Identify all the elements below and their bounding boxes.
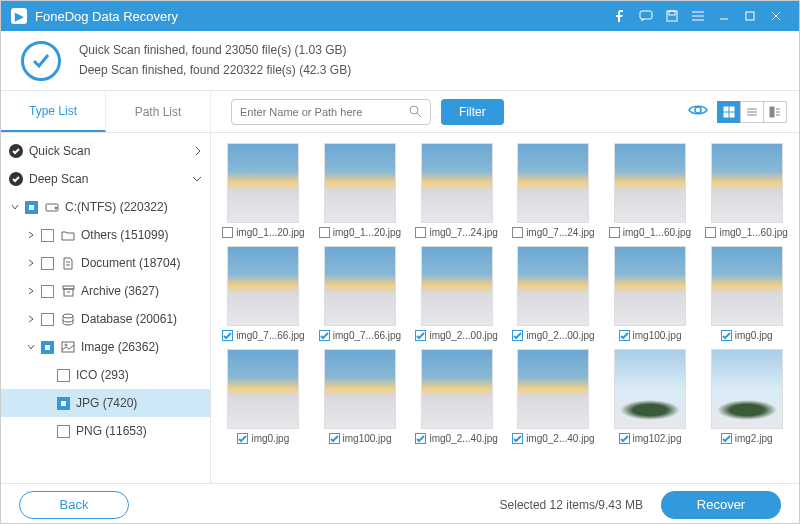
file-checkbox[interactable]	[512, 433, 523, 444]
file-checkbox[interactable]	[609, 227, 620, 238]
thumbnail[interactable]	[614, 349, 686, 429]
thumbnail[interactable]	[227, 143, 299, 223]
file-checkbox[interactable]	[319, 227, 330, 238]
menu-icon[interactable]	[685, 1, 711, 31]
file-checkbox[interactable]	[721, 330, 732, 341]
minimize-icon[interactable]	[711, 1, 737, 31]
thumbnail[interactable]	[711, 349, 783, 429]
file-tile[interactable]: img0_1...20.jpg	[314, 143, 407, 238]
file-tile[interactable]: img0_1...60.jpg	[700, 143, 793, 238]
footer: Back Selected 12 items/9.43 MB Recover	[1, 483, 799, 524]
thumbnail[interactable]	[324, 349, 396, 429]
thumbnail[interactable]	[517, 246, 589, 326]
file-checkbox[interactable]	[415, 227, 426, 238]
back-button[interactable]: Back	[19, 491, 129, 519]
file-checkbox[interactable]	[222, 330, 233, 341]
svg-rect-2	[669, 11, 675, 15]
svg-rect-13	[724, 107, 728, 111]
file-checkbox[interactable]	[319, 330, 330, 341]
sidebar-database[interactable]: Database (20061)	[1, 305, 210, 333]
view-grid-icon[interactable]	[717, 101, 741, 123]
checkbox-partial[interactable]	[57, 397, 70, 410]
thumbnail[interactable]	[517, 349, 589, 429]
check-dot-icon	[9, 172, 23, 186]
file-checkbox[interactable]	[721, 433, 732, 444]
file-checkbox[interactable]	[329, 433, 340, 444]
sidebar-ico[interactable]: ICO (293)	[1, 361, 210, 389]
file-name: img0_7...66.jpg	[333, 330, 401, 341]
view-detail-icon[interactable]	[763, 101, 787, 123]
sidebar-archive[interactable]: Archive (3627)	[1, 277, 210, 305]
file-checkbox[interactable]	[415, 330, 426, 341]
tab-type-list[interactable]: Type List	[1, 91, 106, 132]
thumbnail[interactable]	[227, 349, 299, 429]
thumbnail[interactable]	[421, 349, 493, 429]
checkbox[interactable]	[57, 369, 70, 382]
search-box[interactable]	[231, 99, 431, 125]
thumbnail[interactable]	[227, 246, 299, 326]
sidebar-drive[interactable]: C:(NTFS) (220322)	[1, 193, 210, 221]
checkbox-partial[interactable]	[25, 201, 38, 214]
file-tile[interactable]: img0.jpg	[700, 246, 793, 341]
sidebar-quick-scan[interactable]: Quick Scan	[1, 137, 210, 165]
sidebar-png[interactable]: PNG (11653)	[1, 417, 210, 445]
search-input[interactable]	[240, 106, 409, 118]
file-tile[interactable]: img0_2...40.jpg	[507, 349, 600, 444]
tab-path-list[interactable]: Path List	[106, 91, 211, 132]
sidebar-others[interactable]: Others (151099)	[1, 221, 210, 249]
sidebar-image[interactable]: Image (26362)	[1, 333, 210, 361]
file-checkbox[interactable]	[222, 227, 233, 238]
file-tile[interactable]: img0_2...40.jpg	[410, 349, 503, 444]
file-tile[interactable]: img100.jpg	[604, 246, 697, 341]
filter-button[interactable]: Filter	[441, 99, 504, 125]
file-tile[interactable]: img0_2...00.jpg	[507, 246, 600, 341]
recover-button[interactable]: Recover	[661, 491, 781, 519]
image-icon	[60, 341, 76, 353]
checkbox[interactable]	[41, 229, 54, 242]
thumbnail[interactable]	[614, 246, 686, 326]
checkbox[interactable]	[57, 425, 70, 438]
sidebar-deep-scan[interactable]: Deep Scan	[1, 165, 210, 193]
file-tile[interactable]: img0_7...24.jpg	[507, 143, 600, 238]
file-tile[interactable]: img0_7...66.jpg	[217, 246, 310, 341]
file-checkbox[interactable]	[619, 433, 630, 444]
file-tile[interactable]: img0_1...20.jpg	[217, 143, 310, 238]
file-tile[interactable]: img2.jpg	[700, 349, 793, 444]
file-name: img0_1...20.jpg	[333, 227, 401, 238]
thumbnail[interactable]	[711, 143, 783, 223]
thumbnail[interactable]	[517, 143, 589, 223]
sidebar-jpg[interactable]: JPG (7420)	[1, 389, 210, 417]
thumbnail[interactable]	[421, 143, 493, 223]
facebook-icon[interactable]	[607, 1, 633, 31]
thumbnail[interactable]	[711, 246, 783, 326]
checkbox[interactable]	[41, 313, 54, 326]
checkbox-partial[interactable]	[41, 341, 54, 354]
preview-icon[interactable]	[688, 103, 708, 121]
thumbnail[interactable]	[324, 246, 396, 326]
file-tile[interactable]: img0_1...60.jpg	[604, 143, 697, 238]
file-checkbox[interactable]	[512, 330, 523, 341]
checkbox[interactable]	[41, 285, 54, 298]
file-tile[interactable]: img0_2...00.jpg	[410, 246, 503, 341]
file-checkbox[interactable]	[237, 433, 248, 444]
file-tile[interactable]: img0.jpg	[217, 349, 310, 444]
file-checkbox[interactable]	[415, 433, 426, 444]
feedback-icon[interactable]	[633, 1, 659, 31]
maximize-icon[interactable]	[737, 1, 763, 31]
file-tile[interactable]: img102.jpg	[604, 349, 697, 444]
close-icon[interactable]	[763, 1, 789, 31]
file-tile[interactable]: img100.jpg	[314, 349, 407, 444]
thumbnail[interactable]	[421, 246, 493, 326]
view-list-icon[interactable]	[740, 101, 764, 123]
save-icon[interactable]	[659, 1, 685, 31]
sidebar-document[interactable]: Document (18704)	[1, 249, 210, 277]
svg-point-31	[63, 314, 73, 318]
thumbnail[interactable]	[324, 143, 396, 223]
file-tile[interactable]: img0_7...24.jpg	[410, 143, 503, 238]
file-checkbox[interactable]	[619, 330, 630, 341]
file-checkbox[interactable]	[705, 227, 716, 238]
file-checkbox[interactable]	[512, 227, 523, 238]
file-tile[interactable]: img0_7...66.jpg	[314, 246, 407, 341]
checkbox[interactable]	[41, 257, 54, 270]
thumbnail[interactable]	[614, 143, 686, 223]
